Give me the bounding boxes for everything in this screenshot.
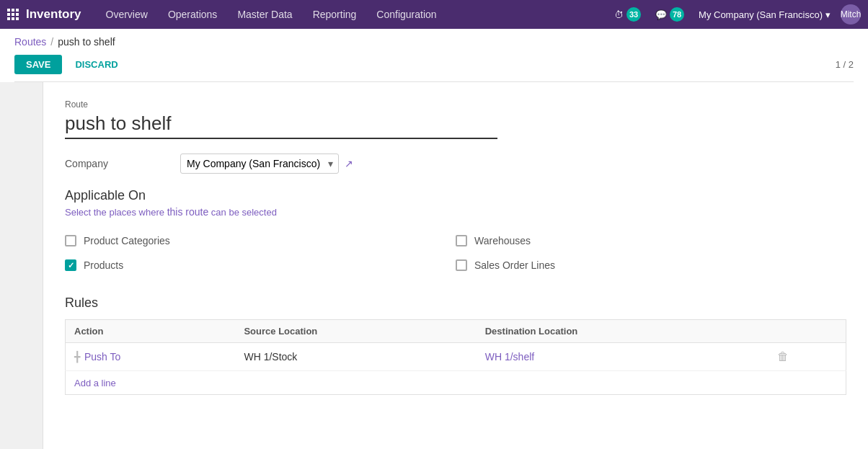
clock-icon: ⏱ bbox=[614, 9, 624, 20]
rule-action-link[interactable]: Push To bbox=[84, 351, 120, 363]
company-selector[interactable]: My Company (San Francisco) ▾ bbox=[694, 8, 835, 22]
svg-rect-1 bbox=[12, 9, 14, 12]
destination-location-link[interactable]: WH 1/shelf bbox=[485, 351, 534, 363]
breadcrumb: Routes / push to shelf bbox=[14, 36, 854, 48]
applicable-on-subtitle: Select the places where this route can b… bbox=[65, 206, 846, 218]
add-line-button[interactable]: Add a line bbox=[74, 378, 116, 388]
breadcrumb-separator: / bbox=[50, 36, 53, 48]
nav-master-data[interactable]: Master Data bbox=[227, 0, 302, 29]
svg-rect-8 bbox=[16, 17, 19, 20]
grid-menu-icon[interactable] bbox=[7, 9, 19, 20]
nav-configuration[interactable]: Configuration bbox=[366, 0, 446, 29]
content-area: Route Company My Company (San Francisco)… bbox=[43, 82, 868, 449]
breadcrumb-parent[interactable]: Routes bbox=[14, 36, 46, 48]
drag-handle-icon[interactable]: ╋ bbox=[74, 351, 80, 363]
svg-rect-4 bbox=[12, 13, 14, 16]
svg-rect-5 bbox=[16, 13, 19, 16]
rules-table-header: Action Source Location Destination Locat… bbox=[66, 320, 846, 343]
col-action: Action bbox=[66, 320, 236, 343]
add-line-cell: Add a line bbox=[66, 371, 846, 395]
svg-rect-0 bbox=[7, 9, 10, 12]
chat-badge-count: 78 bbox=[670, 7, 684, 22]
products-label: Products bbox=[84, 259, 123, 271]
rules-title: Rules bbox=[65, 295, 846, 311]
delete-row-icon[interactable]: 🗑 bbox=[777, 350, 789, 363]
warehouses-checkbox[interactable] bbox=[456, 235, 467, 246]
clock-badge-count: 33 bbox=[626, 7, 641, 22]
save-button[interactable]: SAVE bbox=[14, 55, 62, 74]
rules-table: Action Source Location Destination Locat… bbox=[65, 319, 846, 395]
sales-order-lines-label: Sales Order Lines bbox=[474, 259, 555, 271]
checkbox-products: Products bbox=[65, 257, 456, 274]
main-content: Route Company My Company (San Francisco)… bbox=[0, 82, 868, 449]
company-value: My Company (San Francisco) ↗ bbox=[180, 154, 353, 174]
company-label: Company bbox=[65, 158, 180, 169]
page-header: Routes / push to shelf SAVE DISCARD 1 / … bbox=[0, 29, 868, 82]
checkbox-sales-order-lines: Sales Order Lines bbox=[456, 257, 846, 274]
company-select[interactable]: My Company (San Francisco) bbox=[180, 154, 339, 174]
product-categories-checkbox[interactable] bbox=[65, 235, 76, 246]
applicable-on-title: Applicable On bbox=[65, 188, 846, 203]
col-delete bbox=[769, 320, 846, 343]
source-location-cell[interactable]: WH 1/Stock bbox=[235, 343, 476, 371]
company-select-wrapper: My Company (San Francisco) bbox=[180, 154, 339, 174]
user-initials: Mitch bbox=[841, 9, 861, 19]
svg-rect-3 bbox=[7, 13, 10, 16]
sales-order-lines-checkbox[interactable] bbox=[456, 259, 467, 271]
action-bar: SAVE DISCARD 1 / 2 bbox=[14, 55, 854, 82]
svg-rect-6 bbox=[7, 17, 10, 20]
nav-right-side: ⏱ 33 💬 78 My Company (San Francisco) ▾ M… bbox=[610, 4, 861, 25]
checkbox-product-categories: Product Categories bbox=[65, 232, 456, 249]
col-source-location: Source Location bbox=[235, 320, 476, 343]
breadcrumb-current: push to shelf bbox=[58, 36, 115, 48]
discard-button[interactable]: DISCARD bbox=[68, 55, 125, 74]
svg-rect-7 bbox=[12, 17, 14, 20]
chat-badge-button[interactable]: 💬 78 bbox=[651, 6, 688, 23]
subtitle-link[interactable]: this route bbox=[167, 206, 209, 218]
user-avatar[interactable]: Mitch bbox=[841, 4, 861, 25]
chat-icon: 💬 bbox=[655, 9, 667, 20]
nav-overview[interactable]: Overview bbox=[96, 0, 158, 29]
clock-badge-button[interactable]: ⏱ 33 bbox=[610, 6, 645, 23]
delete-cell: 🗑 bbox=[769, 343, 846, 371]
add-line-row: Add a line bbox=[66, 371, 846, 395]
rules-section: Rules Action Source Location Destination… bbox=[65, 295, 846, 395]
company-row: Company My Company (San Francisco) ↗ bbox=[65, 154, 846, 174]
products-checkbox[interactable] bbox=[65, 259, 76, 271]
checkbox-warehouses: Warehouses bbox=[456, 232, 846, 249]
chevron-down-icon: ▾ bbox=[825, 9, 831, 20]
col-destination-location: Destination Location bbox=[477, 320, 769, 343]
warehouses-label: Warehouses bbox=[474, 235, 531, 246]
product-categories-label: Product Categories bbox=[84, 235, 170, 246]
top-navigation: Inventory Overview Operations Master Dat… bbox=[0, 0, 868, 29]
nav-operations[interactable]: Operations bbox=[158, 0, 227, 29]
subtitle-plain: Select the places where bbox=[65, 207, 167, 218]
rules-table-body: ╋ Push To WH 1/Stock WH 1/shelf 🗑 bbox=[66, 343, 846, 395]
route-field-label: Route bbox=[65, 99, 846, 110]
subtitle-end: can be selected bbox=[208, 207, 277, 218]
table-row: ╋ Push To WH 1/Stock WH 1/shelf 🗑 bbox=[66, 343, 846, 371]
route-name-input[interactable] bbox=[65, 112, 497, 139]
svg-rect-2 bbox=[16, 9, 19, 12]
record-nav: 1 / 2 bbox=[836, 59, 854, 70]
app-title: Inventory bbox=[26, 7, 81, 22]
destination-location-cell: WH 1/shelf bbox=[477, 343, 769, 371]
checkboxes-grid: Product Categories Warehouses Products S… bbox=[65, 232, 846, 274]
action-cell: ╋ Push To bbox=[66, 343, 236, 371]
external-link-icon[interactable]: ↗ bbox=[345, 158, 353, 169]
sidebar-strip bbox=[0, 82, 43, 449]
nav-reporting[interactable]: Reporting bbox=[303, 0, 367, 29]
nav-links: Overview Operations Master Data Reportin… bbox=[96, 0, 611, 29]
company-name: My Company (San Francisco) bbox=[699, 9, 823, 20]
